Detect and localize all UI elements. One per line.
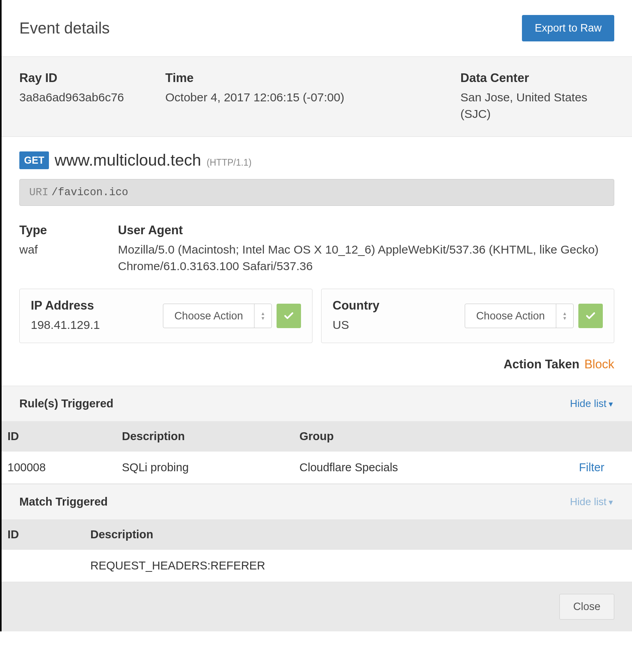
rules-col-desc: Description [122,430,299,443]
country-action-dropdown-label: Choose Action [465,304,556,328]
type-label: Type [19,223,118,237]
ip-action-dropdown[interactable]: Choose Action ▲▼ [163,304,272,328]
country-value: US [333,317,465,333]
time-value: October 4, 2017 12:06:15 (-07:00) [165,89,460,106]
datacenter-value: San Jose, United States (SJC) [460,89,614,122]
http-method-badge: GET [19,151,49,169]
rules-table-row: 100008 SQLi probing Cloudflare Specials … [2,452,632,484]
country-action-dropdown[interactable]: Choose Action ▲▼ [465,304,574,328]
rules-triggered-title: Rule(s) Triggered [19,397,114,410]
country-action-confirm-button[interactable] [578,304,603,328]
event-details-modal: Event details Export to Raw Ray ID 3a8a6… [0,0,632,631]
ray-id-value: 3a8a6ad963ab6c76 [19,89,165,106]
rule-group: Cloudflare Specials [299,461,563,474]
time-label: Time [165,71,460,85]
match-col-desc: Description [90,528,626,541]
check-icon [585,310,596,321]
match-col-id: ID [7,528,90,541]
datacenter-label: Data Center [460,71,614,85]
export-raw-button[interactable]: Export to Raw [522,15,614,41]
match-hide-list-toggle[interactable]: Hide list▼ [570,496,614,508]
check-icon [283,310,294,321]
user-agent-value: Mozilla/5.0 (Macintosh; Intel Mac OS X 1… [118,241,614,274]
match-triggered-title: Match Triggered [19,495,108,508]
request-section: GET www.multicloud.tech (HTTP/1.1) URI/f… [2,137,632,343]
ip-action-dropdown-label: Choose Action [163,304,254,328]
match-description: REQUEST_HEADERS:REFERER [90,559,626,572]
host-text: www.multicloud.tech [54,151,201,170]
rules-hide-list-toggle[interactable]: Hide list▼ [570,398,614,410]
rules-triggered-header: Rule(s) Triggered Hide list▼ [2,386,632,421]
meta-section: Ray ID 3a8a6ad963ab6c76 Time October 4, … [2,56,632,137]
match-triggered-header: Match Triggered Hide list▼ [2,484,632,519]
country-label: Country [333,299,465,313]
rules-col-group: Group [299,430,563,443]
match-table-row: REQUEST_HEADERS:REFERER [2,550,632,582]
footer-bar: Close [2,582,632,631]
ray-id-label: Ray ID [19,71,165,85]
match-table-header: ID Description [2,519,632,550]
country-action-panel: Country US Choose Action ▲▼ [321,289,614,343]
page-title: Event details [19,19,110,37]
updown-icon: ▲▼ [254,304,271,328]
action-taken-row: Action Taken Block [2,357,632,386]
ip-action-confirm-button[interactable] [277,304,301,328]
rules-table-header: ID Description Group [2,421,632,452]
rule-filter-link[interactable]: Filter [579,461,604,474]
protocol-text: (HTTP/1.1) [207,157,252,168]
rule-id: 100008 [7,461,122,474]
uri-box: URI/favicon.ico [19,179,614,206]
uri-label: URI [29,187,49,198]
uri-value: /favicon.ico [52,187,128,198]
type-value: waf [19,241,118,258]
ip-address-value: 198.41.129.1 [31,317,163,333]
close-button[interactable]: Close [559,594,614,620]
triangle-down-icon: ▼ [607,498,614,506]
ip-action-panel: IP Address 198.41.129.1 Choose Action ▲▼ [19,289,312,343]
match-id [7,559,90,572]
action-taken-value: Block [584,357,614,371]
updown-icon: ▲▼ [556,304,573,328]
action-taken-label: Action Taken [503,357,579,371]
header-bar: Event details Export to Raw [2,0,632,56]
user-agent-label: User Agent [118,223,614,237]
rule-description: SQLi probing [122,461,299,474]
rules-col-id: ID [7,430,122,443]
ip-address-label: IP Address [31,299,163,313]
triangle-down-icon: ▼ [607,400,614,408]
